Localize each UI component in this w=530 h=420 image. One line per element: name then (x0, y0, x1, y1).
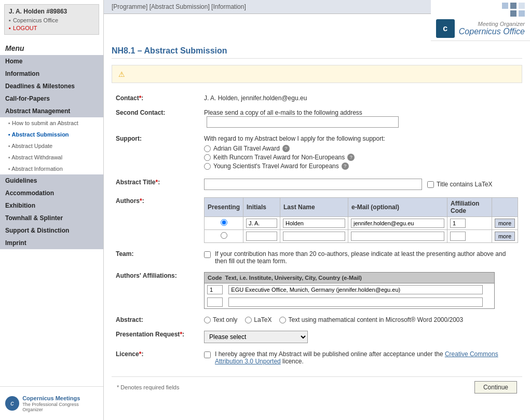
support-radio-keith[interactable] (204, 154, 211, 161)
licence-checkbox[interactable] (204, 351, 211, 358)
author1-lastname-cell (280, 217, 348, 230)
sidebar-item-support[interactable]: Support & Distinction (0, 224, 103, 237)
licence-label: Licence*: (112, 347, 200, 369)
logout-button[interactable]: LOGOUT (9, 25, 94, 31)
info-icon-young[interactable]: ? (342, 162, 349, 170)
author1-initials-cell (243, 217, 280, 230)
deco-sq3 (519, 3, 525, 9)
sidebar-item-how-to-submit[interactable]: How to submit an Abstract (0, 117, 103, 129)
author1-lastname-input[interactable] (283, 219, 345, 228)
sidebar-item-home[interactable]: Home (0, 55, 103, 67)
col-email: e-Mail (optional) (348, 198, 447, 217)
form-table: Contact*: J. A. Holden, jennifer.holden@… (112, 91, 522, 369)
sidebar-item-townhall[interactable]: Townhall & Splinter (0, 212, 103, 224)
latex-checkbox[interactable] (427, 181, 434, 188)
abstract-options: Text only LaTeX Text using mathematical … (204, 316, 518, 323)
abstract-type-row: Abstract: Text only LaTeX (112, 313, 522, 327)
copernicus-meetings-icon: c (5, 396, 19, 411)
team-checkbox[interactable] (204, 251, 211, 258)
licence-text: I hereby agree that my Abstract will be … (215, 350, 518, 365)
sidebar-item-call-for-papers[interactable]: Call-for-Papers (0, 92, 103, 105)
abstract-title-label: Abstract Title*: (112, 175, 200, 194)
copernicus-office-logo: Copernicus Office (459, 27, 525, 36)
contact-row: Contact*: J. A. Holden, jennifer.holden@… (112, 91, 522, 105)
team-cell: If your contribution has more than 20 co… (200, 247, 522, 268)
sidebar-item-information[interactable]: Information (0, 67, 103, 80)
aff1-text-input[interactable] (228, 285, 483, 294)
support-option-adrian: Adrian Gill Travel Award ? (204, 145, 518, 152)
sidebar-item-deadlines[interactable]: Deadlines & Milestones (0, 80, 103, 92)
col-presenting: Presenting (205, 198, 243, 217)
copernicus-meetings-sub: The Professional Congress Organizer (22, 402, 98, 412)
sidebar-item-abstract-management[interactable]: Abstract Management (0, 105, 103, 117)
deco-squares (436, 3, 525, 9)
author2-initials-cell (243, 230, 280, 243)
abstract-radio-text[interactable] (204, 317, 211, 323)
support-radio-adrian[interactable] (204, 145, 211, 152)
latex-check-label: Title contains LaTeX (427, 181, 493, 188)
cc-link[interactable]: Creative Commons Attribution 3.0 Unporte… (215, 350, 498, 365)
menu-title: Menu (0, 39, 103, 55)
sidebar-item-guidelines[interactable]: Guidelines (0, 174, 103, 187)
support-label: Support: (112, 131, 200, 175)
author2-affcode-cell (447, 230, 492, 243)
continue-button[interactable]: Continue (474, 381, 517, 394)
author1-affcode-input[interactable] (450, 219, 466, 228)
sidebar-item-abstract-submission[interactable]: Abstract Submission (0, 129, 103, 140)
author1-more-button[interactable]: more (495, 219, 515, 228)
sidebar-item-exhibition[interactable]: Exhibition (0, 199, 103, 212)
sidebar-item-abstract-update[interactable]: Abstract Update (0, 140, 103, 152)
second-contact-input[interactable] (207, 116, 399, 128)
presentation-select[interactable]: Please select Oral Poster (204, 331, 308, 343)
authors-cell: Presenting Initials Last Name e-Mail (op… (200, 194, 522, 247)
support-option-keith: Keith Runcorn Travel Award for Non-Europ… (204, 154, 518, 161)
author2-initials-input[interactable] (246, 232, 277, 241)
presentation-row: Presentation Request*: Please select Ora… (112, 327, 522, 347)
col-more (492, 198, 518, 217)
abstract-title-cell: Title contains LaTeX (200, 175, 522, 194)
sidebar-item-imprint[interactable]: Imprint (0, 237, 103, 249)
aff2-text-cell (226, 296, 494, 309)
notice-box: ⚠ (112, 65, 522, 83)
sidebar-item-abstract-information[interactable]: Abstract Information (0, 163, 103, 174)
team-text: If your contribution has more than 20 co… (215, 250, 518, 265)
deco-sq2 (510, 3, 517, 9)
author2-affcode-input[interactable] (450, 232, 466, 241)
support-label-keith: Keith Runcorn Travel Award for Non-Europ… (213, 154, 345, 161)
aff1-code-input[interactable] (207, 285, 223, 294)
affiliations-table: Code Text, i.e. Institute, University, C… (204, 272, 495, 309)
sidebar-item-accommodation[interactable]: Accommodation (0, 187, 103, 199)
abstract-type-cell: Text only LaTeX Text using mathematical … (200, 313, 522, 327)
latex-check-text: Title contains LaTeX (437, 181, 493, 188)
support-radio-young[interactable] (204, 163, 211, 170)
affiliation-row-2 (205, 296, 495, 309)
abstract-option-latex: LaTeX (245, 316, 271, 323)
author2-email-input[interactable] (351, 232, 444, 241)
deco-sq4 (510, 10, 517, 17)
author2-more-button[interactable]: more (495, 232, 515, 241)
presentation-label: Presentation Request*: (112, 327, 200, 347)
abstract-radio-latex[interactable] (245, 317, 252, 323)
author1-email-input[interactable] (351, 219, 444, 228)
aff2-text-input[interactable] (228, 297, 483, 307)
second-contact-cell: Please send a copy of all e-mails to the… (200, 105, 522, 131)
user-office: Copernicus Office (9, 17, 94, 23)
author1-presenting-cell (205, 217, 243, 230)
authors-label: Authors*: (112, 194, 200, 247)
abstract-title-input[interactable] (204, 179, 422, 190)
abstract-radio-word[interactable] (279, 317, 286, 323)
second-contact-text: Please send a copy of all e-mails to the… (204, 109, 362, 116)
aff2-code-input[interactable] (207, 297, 223, 307)
author2-presenting-radio[interactable] (221, 232, 227, 239)
author1-presenting-radio[interactable] (221, 219, 227, 226)
author1-initials-input[interactable] (246, 219, 277, 228)
affiliations-header-row: Code Text, i.e. Institute, University, C… (205, 273, 495, 283)
author2-lastname-input[interactable] (283, 232, 345, 241)
second-contact-row: Second Contact: Please send a copy of al… (112, 105, 522, 131)
sidebar-item-abstract-withdrawal[interactable]: Abstract Withdrawal (0, 152, 103, 163)
info-icon-keith[interactable]: ? (347, 154, 355, 161)
deco-sq5 (519, 10, 525, 17)
abstract-label: Abstract: (112, 313, 200, 327)
info-icon-adrian[interactable]: ? (282, 145, 290, 152)
form-footer: * Denotes required fields Continue (112, 376, 522, 398)
